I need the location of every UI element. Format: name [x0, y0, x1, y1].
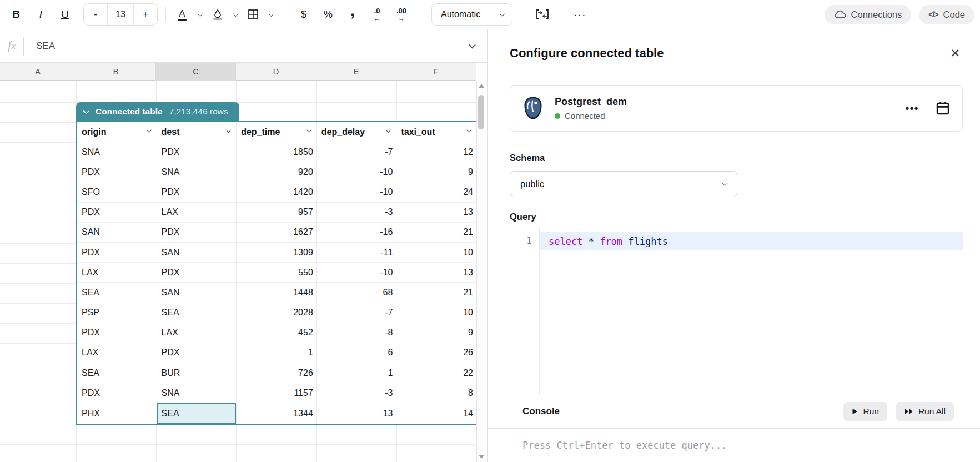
table-cell[interactable]: -7 — [317, 303, 397, 323]
table-cell[interactable]: 1309 — [237, 243, 317, 262]
table-cell[interactable]: PDX — [157, 343, 237, 363]
underline-button[interactable]: U — [54, 4, 76, 25]
table-cell[interactable]: 9 — [396, 323, 476, 343]
table-column-header-dest[interactable]: dest — [157, 122, 237, 142]
fill-color-dropdown[interactable] — [229, 4, 242, 25]
table-cell[interactable]: PDX — [77, 383, 157, 403]
borders-button[interactable] — [245, 4, 262, 25]
table-cell[interactable]: 14 — [396, 403, 476, 423]
table-column-header-taxi_out[interactable]: taxi_out — [396, 122, 476, 142]
table-cell[interactable]: PDX — [157, 142, 237, 162]
column-dropdown-chevron-icon[interactable] — [466, 127, 472, 133]
column-dropdown-chevron-icon[interactable] — [306, 127, 311, 133]
table-cell[interactable]: PDX — [77, 323, 157, 343]
table-cell[interactable]: PHX — [77, 403, 157, 423]
table-cell[interactable]: 2028 — [237, 303, 317, 323]
text-color-dropdown[interactable] — [194, 4, 206, 25]
close-panel-button[interactable]: ✕ — [950, 47, 960, 59]
table-cell[interactable]: SEA — [157, 303, 237, 323]
table-cell[interactable]: PDX — [77, 243, 157, 262]
table-cell[interactable]: -3 — [317, 383, 397, 403]
table-cell[interactable]: 26 — [396, 343, 476, 363]
bold-button[interactable]: B — [6, 4, 27, 25]
table-cell[interactable]: SAN — [157, 283, 237, 302]
table-cell[interactable]: 8 — [396, 383, 476, 403]
table-cell[interactable]: -16 — [317, 223, 397, 242]
font-size-value[interactable]: 13 — [107, 4, 134, 25]
table-cell[interactable]: 1448 — [237, 283, 317, 302]
comma-format-button[interactable]: , — [342, 4, 363, 25]
table-cell[interactable]: LAX — [77, 263, 157, 282]
column-dropdown-chevron-icon[interactable] — [386, 127, 391, 133]
italic-button[interactable]: I — [30, 4, 51, 25]
table-cell[interactable]: SAN — [77, 223, 157, 242]
connection-more-button[interactable]: ••• — [906, 102, 919, 114]
table-cell[interactable]: -7 — [317, 142, 397, 162]
table-cell[interactable]: BUR — [157, 363, 237, 383]
query-editor[interactable]: 1 select * from flights — [488, 228, 980, 394]
table-cell[interactable]: PSP — [77, 303, 157, 323]
table-cell[interactable]: LAX — [157, 323, 237, 343]
table-cell[interactable]: PDX — [157, 223, 237, 242]
table-cell[interactable]: SNA — [77, 142, 157, 162]
column-header-B[interactable]: B — [76, 63, 156, 81]
table-cell[interactable]: 10 — [396, 243, 476, 262]
table-cell[interactable]: 452 — [237, 323, 317, 343]
table-cell[interactable]: 1157 — [237, 383, 317, 403]
table-column-header-dep_delay[interactable]: dep_delay — [317, 122, 397, 142]
table-cell[interactable]: LAX — [157, 203, 237, 222]
collapse-chevron-icon[interactable] — [83, 107, 90, 114]
table-cell[interactable]: 1627 — [237, 223, 317, 242]
decrease-decimals-button[interactable]: .0 ← — [366, 4, 388, 25]
table-cell[interactable]: 550 — [237, 263, 317, 282]
table-cell[interactable]: 68 — [317, 283, 397, 302]
column-header-E[interactable]: E — [316, 63, 396, 81]
table-cell[interactable]: 1 — [237, 343, 317, 363]
table-cell[interactable]: -10 — [317, 162, 397, 182]
fill-color-button[interactable] — [209, 4, 226, 25]
connections-button[interactable]: Connections — [825, 5, 912, 24]
selected-cell[interactable]: SEA — [157, 403, 237, 423]
connected-table-banner[interactable]: Connected table 7,213,446 rows — [76, 102, 239, 121]
table-cell[interactable]: 1420 — [237, 182, 317, 202]
table-cell[interactable]: SAN — [157, 243, 237, 262]
table-cell[interactable]: PDX — [77, 203, 157, 222]
table-cell[interactable]: 21 — [396, 223, 476, 242]
table-cell[interactable]: 1850 — [237, 142, 317, 162]
table-cell[interactable]: SEA — [77, 283, 157, 302]
scroll-down-arrow[interactable] — [479, 455, 484, 459]
table-cell[interactable]: 13 — [396, 263, 476, 282]
table-cell[interactable]: 1344 — [237, 403, 317, 423]
percent-format-button[interactable]: % — [318, 4, 339, 25]
font-size-increase-button[interactable]: + — [134, 9, 157, 21]
table-cell[interactable]: PDX — [77, 162, 157, 182]
column-header-C[interactable]: C — [156, 63, 236, 81]
table-cell[interactable]: 22 — [396, 363, 476, 383]
formula-expand-chevron[interactable] — [469, 42, 476, 49]
table-cell[interactable]: -10 — [317, 263, 397, 282]
column-header-D[interactable]: D — [236, 63, 316, 81]
query-code-line[interactable]: select * from flights — [540, 232, 963, 250]
schema-browser-icon[interactable] — [936, 101, 950, 116]
table-cell[interactable]: 12 — [396, 142, 476, 162]
table-cell[interactable]: SEA — [77, 363, 157, 383]
column-dropdown-chevron-icon[interactable] — [226, 127, 232, 133]
table-column-header-origin[interactable]: origin — [77, 122, 157, 142]
table-cell[interactable]: SNA — [157, 383, 237, 403]
table-cell[interactable]: 957 — [237, 203, 317, 222]
table-cell[interactable]: 6 — [317, 343, 397, 363]
scrollbar-thumb[interactable] — [478, 95, 484, 129]
formula-input[interactable]: SEA — [24, 41, 470, 52]
more-options-button[interactable]: ··· — [569, 4, 590, 25]
run-all-button[interactable]: Run All — [896, 402, 954, 421]
borders-dropdown[interactable] — [265, 4, 277, 25]
table-cell[interactable]: PDX — [157, 182, 237, 202]
table-cell[interactable]: -3 — [317, 203, 397, 222]
text-overflow-button[interactable] — [532, 4, 553, 25]
code-button[interactable]: </> Code — [919, 5, 974, 24]
table-cell[interactable]: LAX — [77, 343, 157, 363]
column-header-A[interactable]: A — [0, 63, 76, 81]
table-cell[interactable]: SFO — [77, 182, 157, 202]
scroll-up-arrow[interactable] — [479, 84, 484, 88]
table-column-header-dep_time[interactable]: dep_time — [237, 122, 317, 142]
